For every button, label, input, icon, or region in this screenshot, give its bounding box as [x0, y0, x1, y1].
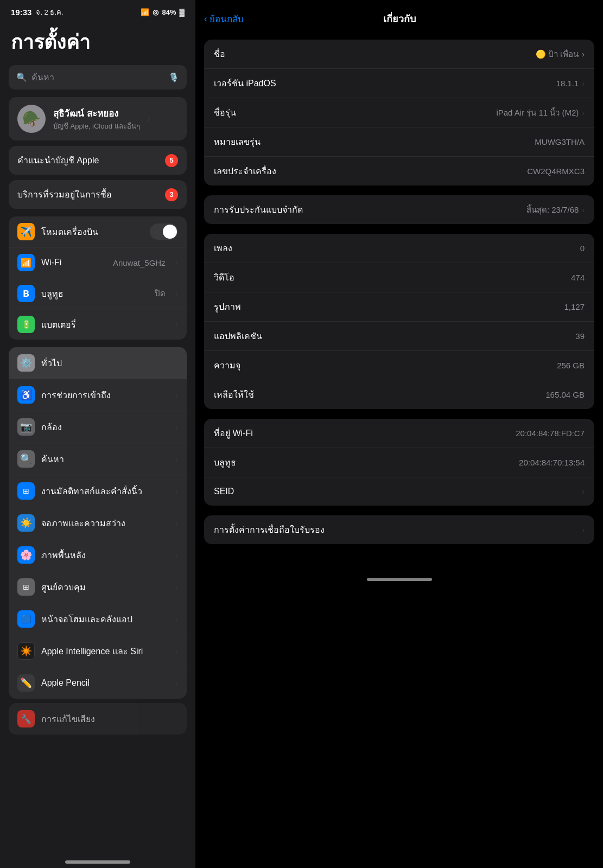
nav-item-accessibility[interactable]: ♿ การช่วยการเข้าถึง ›	[9, 379, 187, 411]
device-info-section: ชื่อ 🟡 ป้า เพื่อน › เวอร์ชัน iPadOS 18.1…	[204, 40, 594, 186]
battery-chevron: ›	[175, 320, 178, 329]
ipados-value: 18.1.1 ›	[556, 79, 585, 88]
search-placeholder: ค้นหา	[31, 71, 164, 84]
battery-settings-icon: 🔋	[17, 316, 35, 333]
search-nav-label: ค้นหา	[41, 452, 169, 466]
model-name-label: ชื่อรุ่น	[214, 106, 236, 119]
info-row-wifi-addr: ที่อยู่ Wi-Fi 20:04:84:78:FD:C7	[204, 419, 594, 448]
services-rec-label: บริการที่รวมอยู่ในการซื้อ	[17, 188, 112, 201]
settings-item-wifi[interactable]: 📶 Wi-Fi Anuwat_5GHz ›	[9, 247, 187, 278]
general-label: ทั่วไป	[41, 356, 169, 370]
songs-value: 0	[580, 244, 585, 253]
right-panel: ‹ ย้อนกลับ เกี่ยวกับ ชื่อ 🟡 ป้า เพื่อน ›…	[195, 0, 603, 868]
info-row-bt-addr: บลูทูธ 20:04:84:70:13:54	[204, 448, 594, 477]
display-chevron: ›	[175, 518, 178, 528]
camera-label: กล้อง	[41, 420, 169, 434]
search-bar[interactable]: 🔍 ค้นหา 🎙️	[9, 65, 187, 90]
warranty-label: การรับประกันแบบจำกัด	[214, 203, 303, 216]
settings-item-bluetooth[interactable]: 𝗕 บลูทูธ ปิด ›	[9, 278, 187, 309]
battery-label: แบตเตอรี่	[41, 318, 169, 331]
siri-chevron: ›	[175, 646, 178, 656]
wifi-addr-label: ที่อยู่ Wi-Fi	[214, 426, 253, 440]
nav-item-general[interactable]: ⚙️ ทั่วไป ›	[9, 347, 187, 379]
homescreen-icon: 🟦	[17, 610, 35, 628]
battery-icon: ▓	[180, 8, 185, 16]
name-value: 🟡 ป้า เพื่อน ›	[536, 48, 585, 61]
pencil-label: Apple Pencil	[41, 678, 169, 688]
serial-label: เลขประจำเครื่อง	[214, 164, 276, 178]
info-row-serial: เลขประจำเครื่อง CW2Q4RMXC3	[204, 157, 594, 186]
available-label: เหลือให้ใช้	[214, 388, 254, 401]
songs-label: เพลง	[214, 241, 232, 255]
homescreen-label: หน้าจอโฮมและคลังแอป	[41, 612, 169, 626]
mic-icon: 🎙️	[168, 72, 179, 82]
nav-item-camera[interactable]: 📷 กล้อง ›	[9, 411, 187, 443]
info-row-name[interactable]: ชื่อ 🟡 ป้า เพื่อน ›	[204, 40, 594, 69]
back-chevron-icon: ‹	[204, 14, 207, 24]
name-label: ชื่อ	[214, 47, 225, 61]
nav-item-wallpaper[interactable]: 🌸 ภาพพื้นหลัง ›	[9, 539, 187, 571]
wallpaper-icon: 🌸	[17, 546, 35, 564]
seid-chevron: ›	[582, 487, 585, 496]
nav-item-siri[interactable]: ✴️ Apple Intelligence และ Siri ›	[9, 635, 187, 667]
airplane-label: โหมดเครื่องบิน	[41, 225, 143, 239]
videos-value: 474	[571, 273, 585, 282]
display-icon: ☀️	[17, 514, 35, 532]
search-nav-chevron: ›	[175, 454, 178, 464]
nav-item-homescreen[interactable]: 🟦 หน้าจอโฮมและคลังแอป ›	[9, 603, 187, 635]
settings-item-airplane[interactable]: ✈️ โหมดเครื่องบิน	[9, 216, 187, 247]
status-time: 19:33	[11, 8, 31, 17]
nav-item-pencil[interactable]: ✏️ Apple Pencil ›	[9, 667, 187, 699]
avatar: 🪖	[17, 105, 46, 133]
back-button[interactable]: ‹ ย้อนกลับ	[204, 11, 244, 26]
info-row-warranty[interactable]: การรับประกันแบบจำกัด สิ้นสุด: 23/7/68 ›	[204, 195, 594, 224]
nav-item-search[interactable]: 🔍 ค้นหา ›	[9, 443, 187, 475]
fix-label: การแก้ไขเสียง	[41, 712, 95, 726]
photos-label: รูปภาพ	[214, 300, 241, 314]
capacity-label: ความจุ	[214, 359, 240, 372]
services-rec[interactable]: บริการที่รวมอยู่ในการซื้อ 3	[9, 180, 187, 209]
warranty-chevron: ›	[582, 206, 585, 214]
multitask-icon: ⊞	[17, 482, 35, 500]
warranty-value: สิ้นสุด: 23/7/68 ›	[526, 203, 585, 216]
info-row-cert[interactable]: การตั้งค่าการเชื่อถือใบรับรอง ›	[204, 515, 594, 544]
apple-rec[interactable]: คำแนะนำบัญชี Apple 5	[9, 146, 187, 175]
pencil-icon: ✏️	[17, 674, 35, 692]
bluetooth-chevron: ›	[175, 289, 178, 298]
cert-label: การตั้งค่าการเชื่อถือใบรับรอง	[214, 523, 325, 537]
nav-item-display[interactable]: ☀️ จอภาพและความสว่าง ›	[9, 507, 187, 539]
homescreen-chevron: ›	[175, 614, 178, 624]
chevron-right-icon: ›	[148, 114, 150, 124]
bluetooth-label: บลูทูธ	[41, 287, 148, 301]
ipados-label: เวอร์ชัน iPadOS	[214, 76, 276, 90]
camera-icon: 📷	[17, 418, 35, 436]
apple-rec-badge: 5	[165, 154, 178, 167]
wifi-addr-value: 20:04:84:78:FD:C7	[516, 429, 585, 438]
info-row-seid[interactable]: SEID ›	[204, 477, 594, 506]
control-label: ศูนย์ควบคุม	[41, 580, 169, 594]
nav-item-control[interactable]: ⊞ ศูนย์ควบคุม ›	[9, 571, 187, 603]
info-row-photos: รูปภาพ 1,127	[204, 292, 594, 322]
accessibility-label: การช่วยการเข้าถึง	[41, 388, 169, 402]
status-icons: 📶 ◎ 84% ▓	[141, 8, 185, 16]
settings-title: การตั้งค่า	[0, 22, 195, 65]
bt-addr-label: บลูทูธ	[214, 456, 236, 469]
wifi-value: Anuwat_5GHz	[113, 258, 166, 267]
cert-value: ›	[582, 526, 585, 534]
accessibility-chevron: ›	[175, 390, 178, 400]
left-panel: 19:33 จ. 2 ธ.ค. 📶 ◎ 84% ▓ การตั้งค่า 🔍 ค…	[0, 0, 195, 868]
wifi-settings-icon: 📶	[17, 254, 35, 271]
user-card[interactable]: 🪖 สุธิวัฒน์ สะหยอง บัญชี Apple, iCloud แ…	[9, 97, 187, 141]
status-bar: 19:33 จ. 2 ธ.ค. 📶 ◎ 84% ▓	[0, 0, 195, 22]
info-row-model-name[interactable]: ชื่อรุ่น iPad Air รุ่น 11 นิ้ว (M2) ›	[204, 98, 594, 127]
available-value: 165.04 GB	[545, 390, 585, 399]
info-row-available: เหลือให้ใช้ 165.04 GB	[204, 380, 594, 409]
info-row-ipad-version[interactable]: เวอร์ชัน iPadOS 18.1.1 ›	[204, 69, 594, 98]
cert-chevron: ›	[582, 526, 585, 534]
airplane-toggle[interactable]	[150, 224, 178, 240]
nav-item-multitask[interactable]: ⊞ งานมัลติทาสก์และคำสั่งนิ้ว ›	[9, 475, 187, 507]
model-name-value: iPad Air รุ่น 11 นิ้ว (M2) ›	[496, 106, 585, 119]
nav-items-group: ⚙️ ทั่วไป › ♿ การช่วยการเข้าถึง › 📷 กล้อ…	[9, 347, 187, 699]
settings-item-battery[interactable]: 🔋 แบตเตอรี่ ›	[9, 309, 187, 340]
wallpaper-chevron: ›	[175, 550, 178, 560]
